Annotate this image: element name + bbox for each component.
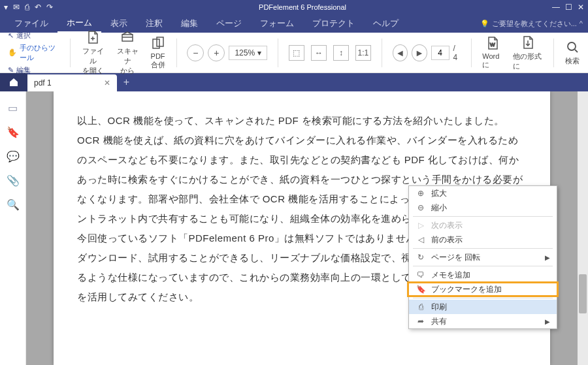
- open-file-button[interactable]: ファイル を開く: [81, 29, 105, 76]
- svg-rect-1: [153, 39, 159, 48]
- page-total: / 4: [453, 44, 461, 62]
- zoom-in-button[interactable]: +: [208, 44, 225, 61]
- ribbon-toolbar: ↖ 選択 ✋ 手のひらツール ✎ 編集 ファイル を開く スキャナ から PDF…: [0, 33, 588, 73]
- actual-size-button[interactable]: 1:1: [355, 45, 371, 61]
- add-tab-button[interactable]: +: [117, 76, 136, 88]
- document-tab[interactable]: pdf 1 ✕: [27, 74, 117, 91]
- left-sidebar: ▭ 🔖 💬 📎 🔍: [0, 91, 26, 365]
- svg-rect-0: [122, 35, 133, 41]
- vertical-scrollbar[interactable]: [578, 91, 588, 365]
- hand-icon: ✋: [8, 48, 17, 57]
- search-button[interactable]: 検索: [564, 39, 580, 66]
- app-logo-icon: ▾: [4, 3, 8, 12]
- submenu-arrow-icon: ▶: [545, 318, 550, 325]
- to-word-button[interactable]: W Wordに: [482, 35, 502, 70]
- scroll-thumb[interactable]: [579, 274, 587, 313]
- title-bar: ▾ ✉ ⎙ ↶ ↷ PDFelement 6 Professional — ☐ …: [0, 0, 588, 14]
- ctx-rotate[interactable]: ↻ページを 回転▶: [409, 250, 557, 264]
- scanner-icon: [120, 29, 135, 45]
- zoom-select[interactable]: 125%▾: [229, 46, 267, 60]
- comments-icon[interactable]: 💬: [7, 150, 20, 163]
- print-icon[interactable]: ⎙: [25, 3, 29, 12]
- ctx-zoom-out[interactable]: ⊖縮小: [409, 200, 557, 215]
- file-plus-icon: [85, 29, 101, 45]
- submenu-arrow-icon: ▶: [545, 254, 550, 261]
- menu-protect[interactable]: プロテクト: [303, 15, 364, 32]
- ctx-print[interactable]: ⎙印刷: [409, 300, 557, 314]
- next-icon: ▷: [416, 221, 426, 230]
- ctx-next-view: ▷次の表示: [409, 218, 557, 232]
- page-text: 以上、OCR 機能を使って、スキャンされた PDF を検索可能にする方法を紹介い…: [77, 111, 527, 131]
- zoom-in-icon: ⊕: [416, 189, 426, 198]
- zoom-out-button[interactable]: −: [187, 44, 204, 61]
- context-menu: ⊕拡大 ⊖縮小 ▷次の表示 ◁前の表示 ↻ページを 回転▶ 🗨メモを追加 🔖ブッ…: [408, 185, 557, 329]
- menu-help[interactable]: ヘルプ: [364, 15, 408, 32]
- fit-width-button[interactable]: ↔: [311, 45, 327, 61]
- merge-pdf-button[interactable]: PDF 合併: [150, 35, 166, 70]
- lightbulb-icon: 💡: [480, 20, 489, 28]
- chevron-up-icon[interactable]: ^: [580, 20, 583, 27]
- close-icon[interactable]: ✕: [578, 3, 584, 12]
- maximize-icon[interactable]: ☐: [565, 3, 572, 12]
- page-number-input[interactable]: [431, 46, 449, 60]
- undo-icon[interactable]: ↶: [35, 3, 41, 12]
- ctx-add-memo[interactable]: 🗨メモを追加: [409, 268, 557, 282]
- convert-icon: [520, 35, 536, 50]
- select-tool[interactable]: ↖ 選択: [8, 31, 59, 40]
- merge-icon: [150, 35, 166, 51]
- share-icon: ➦: [416, 317, 426, 326]
- bookmark-icon: 🔖: [416, 285, 426, 294]
- home-icon: [8, 77, 19, 87]
- ctx-zoom-in[interactable]: ⊕拡大: [409, 186, 557, 200]
- fit-height-button[interactable]: ↕: [333, 45, 349, 61]
- ctx-add-bookmark[interactable]: 🔖ブックマークを追加: [409, 282, 557, 296]
- mail-icon[interactable]: ✉: [13, 3, 20, 12]
- search-icon: [564, 39, 580, 55]
- ctx-prev-view[interactable]: ◁前の表示: [409, 232, 557, 247]
- next-page-button[interactable]: ►: [412, 44, 427, 61]
- minimize-icon[interactable]: —: [552, 3, 560, 12]
- home-tab[interactable]: [0, 73, 27, 91]
- chevron-down-icon: ▾: [257, 48, 261, 57]
- print-menu-icon: ⎙: [416, 302, 426, 311]
- document-tab-bar: pdf 1 ✕ +: [0, 73, 588, 91]
- hand-tool[interactable]: ✋ 手のひらツール: [8, 43, 59, 63]
- svg-rect-2: [157, 37, 163, 46]
- prev-page-button[interactable]: ◄: [393, 44, 408, 61]
- menu-file[interactable]: ファイル: [5, 15, 57, 32]
- ctx-share[interactable]: ➦共有▶: [409, 314, 557, 328]
- redo-icon[interactable]: ↷: [46, 3, 53, 12]
- zoom-out-icon: ⊖: [416, 203, 426, 212]
- from-scanner-button[interactable]: スキャナ から: [116, 29, 140, 76]
- memo-icon: 🗨: [416, 270, 426, 279]
- prev-icon: ◁: [416, 235, 426, 244]
- feedback-link[interactable]: 💡 ご要望を教えてください... ^: [480, 19, 583, 29]
- search-panel-icon[interactable]: 🔍: [7, 198, 20, 211]
- attachments-icon[interactable]: 📎: [7, 174, 20, 187]
- to-other-button[interactable]: 他の形式に: [513, 35, 543, 71]
- cursor-icon: ↖: [8, 31, 14, 40]
- fit-page-button[interactable]: ⬚: [289, 45, 304, 61]
- tab-close-button[interactable]: ✕: [104, 78, 110, 87]
- app-title: PDFelement 6 Professional: [53, 3, 552, 11]
- menu-page[interactable]: ページ: [207, 15, 251, 32]
- rotate-icon: ↻: [416, 253, 426, 262]
- menu-comment[interactable]: 注釈: [137, 15, 172, 32]
- menu-edit[interactable]: 編集: [172, 15, 207, 32]
- word-icon: W: [485, 35, 500, 51]
- menu-form[interactable]: フォーム: [251, 15, 303, 32]
- bookmarks-icon[interactable]: 🔖: [7, 126, 20, 138]
- thumbnails-icon[interactable]: ▭: [8, 102, 18, 114]
- svg-point-4: [568, 42, 576, 50]
- svg-text:W: W: [490, 42, 495, 48]
